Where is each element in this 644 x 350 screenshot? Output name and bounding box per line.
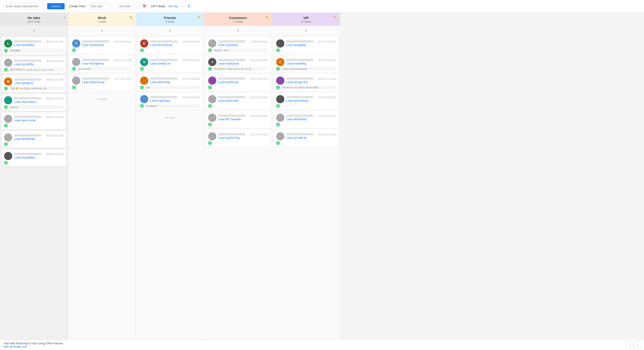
name-bar: [218, 59, 245, 61]
whatsapp-icon: [72, 48, 76, 52]
card-time: 08:00 01.01.1970: [46, 153, 64, 156]
add-lead-button-work[interactable]: +: [68, 26, 136, 36]
list-item[interactable]: 10:08 14.07.2022Lead #ymgzr3zyThank you …: [274, 74, 338, 91]
list-item[interactable]: C09:47 19.07.2022Lead #nkq4l8qjI have vi…: [274, 56, 338, 72]
leads-count: 1977 leads: [151, 4, 165, 8]
name-bar: [286, 59, 314, 61]
card-message: thanks, i do it: [213, 48, 268, 52]
list-item[interactable]: 14:27 26.07.2022Lead #yqbnxmqy...: [70, 74, 134, 91]
date-separator: -: [114, 4, 114, 8]
lead-id: Lead #yqbnxmqy: [82, 80, 132, 84]
whatsapp-icon: [140, 48, 144, 52]
avatar: [276, 132, 284, 140]
end-date-input[interactable]: [117, 3, 140, 9]
list-item[interactable]: 08:00 01.01.1970Lead #kpzm8pry[video]: [2, 94, 66, 111]
card-message: ...: [145, 67, 147, 70]
avatar: [72, 77, 80, 85]
add-lead-button-vip[interactable]: +: [272, 26, 340, 36]
card-time: 14:58 08.08.2022: [182, 96, 200, 99]
list-item[interactable]: Y09:26 08.08.2022Lead #ya45n82y...: [70, 37, 134, 54]
avatar: C: [140, 39, 148, 47]
list-item[interactable]: 10:19 12.07.2022Lead #k2ldgbmy[document]: [70, 56, 134, 72]
list-item[interactable]: Y18:24 05.08.2022Lead #yalq3pqkOk thanks…: [206, 56, 270, 72]
info-icon[interactable]: ℹ: [64, 16, 65, 19]
name-bar: [218, 77, 245, 80]
footer-buttons: ‹ ›: [627, 342, 640, 348]
avatar: L: [4, 39, 12, 47]
card-time: 17:00 07.08.2022: [250, 40, 268, 43]
refresh-icon[interactable]: ↻: [188, 4, 190, 8]
card-time: 09:26 08.08.2022: [114, 40, 132, 43]
lead-id: Lead #kmbz4zdy: [150, 43, 200, 47]
list-item[interactable]: 20:19 24.07.2022Lead #j7ed8r3k...: [274, 130, 338, 147]
lead-id: Lead #k2ldgbmy: [82, 62, 132, 65]
sort-by-button[interactable]: Sort By: [168, 4, 178, 8]
list-item[interactable]: 16:11 20.07.2022Lead #jngdpl8y...: [274, 37, 338, 54]
column-header-vip: VIP17 leads✏️: [272, 13, 340, 26]
whatsapp-icon: [140, 67, 144, 71]
list-item[interactable]: 17:55 18.07.2022Lead #k4bl38by...: [274, 111, 338, 128]
list-item[interactable]: 08:00 01.01.1970Lead #jzp3d3ly0937763612…: [2, 56, 66, 73]
list-item[interactable]: 14:58 08.08.2022Lead #lknml4gjtest: [138, 74, 202, 91]
start-date-input[interactable]: [88, 3, 111, 9]
edit-icon[interactable]: ✏️: [198, 16, 201, 19]
list-item[interactable]: 14:58 08.08.2022Lead #vjb24qajok thanks: [138, 93, 202, 110]
lead-id: Lead #vjb24qaj: [150, 99, 200, 102]
list-item[interactable]: 10:05 14.07.2022Lead #yer6x3ej...: [206, 74, 270, 91]
list-item[interactable]: B08:00 01.01.1970Lead #j5bglx5j*Olá 🤝 so…: [2, 75, 66, 92]
list-item[interactable]: 17:00 07.08.2022Lead #ypziqb3jthanks, i …: [206, 37, 270, 54]
card-time: 14:58 08.08.2022: [182, 40, 200, 43]
edit-icon[interactable]: ✏️: [266, 16, 269, 19]
card-message: ok thanks: [145, 104, 200, 108]
whatsapp-icon: [276, 104, 280, 108]
lead-id: Lead #jqndd8nj: [14, 43, 64, 47]
avatar: [276, 77, 284, 85]
whatsapp-icon: [276, 67, 280, 71]
add-lead-button-notabs[interactable]: +: [0, 26, 68, 36]
more-options-icon[interactable]: ···: [180, 4, 185, 8]
card-message: [document]: [77, 67, 132, 71]
card-time: 10:05 14.07.2022: [250, 78, 268, 80]
list-item[interactable]: 08:00 01.01.1970Lead #iugnd84y...: [2, 150, 66, 167]
column-vip: VIP17 leads✏️+16:11 20.07.2022Lead #jngd…: [272, 13, 340, 350]
prev-page-button[interactable]: ‹: [627, 342, 633, 348]
card-message: ...: [77, 49, 79, 52]
add-lead-button-friends[interactable]: +: [136, 26, 204, 36]
avatar: Y: [72, 39, 80, 47]
card-time: 16:22 27.07.2022: [250, 133, 268, 136]
whatsapp-icon: [276, 86, 280, 89]
search-input[interactable]: [4, 3, 44, 9]
whatsapp-icon: [276, 48, 280, 52]
list-item[interactable]: S14:58 08.08.2022Lead #jmblq7zk...: [138, 56, 202, 72]
footer-link[interactable]: web.whatsapp.com: [4, 345, 27, 348]
calendar-icon[interactable]: 📅: [142, 4, 146, 8]
avatar: [276, 39, 284, 47]
whatsapp-icon: [4, 161, 8, 165]
avatar: S: [140, 58, 148, 66]
column-header-customers: Customers11 leads✏️: [204, 13, 272, 26]
list-item[interactable]: 09:31 28.07.2022Lead #yxlmv8ly...: [206, 93, 270, 110]
next-page-button[interactable]: ›: [634, 342, 640, 348]
avatar: [4, 96, 12, 104]
list-item[interactable]: 00:03 28.07.2022Lead #k77wwedk...: [206, 111, 270, 128]
avatar: B: [4, 77, 12, 86]
list-item[interactable]: C14:58 08.08.2022Lead #kmbz4zdy...: [138, 37, 202, 54]
card-time: 09:47 19.07.2022: [318, 59, 336, 62]
list-item[interactable]: 10:22 25.07.2022Lead #ymvn8e5y...: [274, 93, 338, 110]
list-item[interactable]: L08:00 01.01.1970Lead #jqndd8nj好的谢谢: [2, 37, 66, 55]
avatar: [140, 95, 148, 103]
edit-icon[interactable]: ✏️: [334, 16, 337, 19]
edit-icon[interactable]: ✏️: [130, 16, 133, 19]
card-message: ...: [145, 49, 147, 52]
whatsapp-icon: [4, 142, 8, 146]
list-item[interactable]: 08:00 01.01.1970Lead #ken7emlk...: [2, 113, 66, 129]
name-bar: [82, 59, 109, 61]
list-item[interactable]: 16:22 27.07.2022Lead #yw3e75qj...: [206, 130, 270, 147]
search-button[interactable]: Search: [47, 3, 65, 9]
whatsapp-icon: [208, 123, 212, 126]
card-message: ...: [8, 143, 11, 146]
card-message: I have visa and paypal: [281, 67, 336, 71]
card-message: Thank you my friend, good night!: [281, 86, 336, 89]
list-item[interactable]: 08:00 01.01.1970Lead #k4665d6j...: [2, 131, 66, 148]
add-lead-button-customers[interactable]: +: [204, 26, 272, 36]
